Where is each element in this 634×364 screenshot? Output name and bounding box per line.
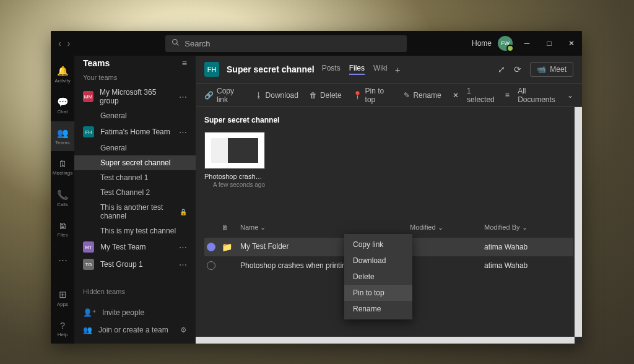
team-more-icon[interactable]: ⋯: [179, 260, 187, 269]
rail-more[interactable]: ⋯: [51, 245, 74, 275]
team-row[interactable]: TG Test Group 1 ⋯: [74, 256, 196, 273]
chevron-down-icon: ⌄: [567, 91, 573, 100]
phone-icon: 📞: [57, 189, 69, 201]
channel-item[interactable]: This is my test channel: [74, 223, 196, 238]
download-button[interactable]: ⭳Download: [255, 91, 298, 100]
copy-link-button[interactable]: 🔗Copy link: [204, 87, 244, 104]
link-icon: 🔗: [204, 91, 214, 100]
add-tab-button[interactable]: +: [395, 64, 401, 75]
context-menu-item[interactable]: Download: [344, 253, 412, 269]
invite-icon: 👤⁺: [83, 308, 96, 317]
vertical-scrollbar[interactable]: [575, 107, 582, 337]
horizontal-scrollbar[interactable]: [196, 337, 575, 344]
context-menu-item[interactable]: Delete: [344, 269, 412, 285]
row-checkbox[interactable]: [207, 261, 215, 270]
file-modifiedby: atima Wahab: [484, 243, 571, 251]
channel-header: FH Super secret channel Posts Files Wiki…: [196, 56, 582, 84]
team-name: My Test Team: [100, 243, 146, 251]
team-badge: TG: [83, 259, 94, 270]
channel-name: General: [100, 144, 127, 152]
pinned-tile[interactable]: Photoshop crashes wh... A few seconds ag…: [204, 132, 265, 188]
rail-calls[interactable]: 📞Calls: [51, 183, 74, 213]
pin-to-top-button[interactable]: 📍Pin to top: [353, 87, 393, 104]
delete-button[interactable]: 🗑Delete: [310, 91, 342, 100]
tab-files[interactable]: Files: [349, 64, 365, 75]
pin-icon: 📍: [353, 91, 362, 100]
rail-activity[interactable]: 🔔Activity: [51, 59, 74, 89]
home-link[interactable]: Home: [472, 39, 492, 48]
channel-item[interactable]: Test channel 1: [74, 170, 196, 185]
channel-title: Super secret channel: [227, 64, 315, 74]
content-area: FH Super secret channel Posts Files Wiki…: [196, 56, 582, 344]
channel-item[interactable]: General: [74, 108, 196, 123]
team-badge: MT: [83, 241, 94, 253]
channel-item[interactable]: This is another test channel🔒: [74, 200, 196, 223]
team-row[interactable]: MM My Microsoft 365 group ⋯: [74, 85, 196, 108]
rail-teams[interactable]: 👥Teams: [51, 121, 74, 151]
search-icon: [172, 38, 180, 48]
context-menu: Copy linkDownloadDeletePin to topRename: [344, 234, 412, 319]
svg-line-1: [176, 43, 178, 45]
team-badge: FH: [83, 126, 94, 137]
col-name-header[interactable]: Name ⌄: [237, 223, 410, 232]
download-icon: ⭳: [255, 91, 263, 100]
nav-forward-icon[interactable]: ›: [67, 38, 71, 48]
channel-item[interactable]: Super secret channel: [74, 155, 196, 170]
hidden-teams-label[interactable]: Hidden teams: [74, 284, 196, 299]
folder-header: Super secret channel: [204, 116, 573, 124]
all-documents-dropdown[interactable]: ≡ All Documents ⌄: [505, 87, 573, 104]
row-checkbox[interactable]: [207, 243, 215, 251]
team-name: Test Group 1: [100, 260, 143, 269]
team-more-icon[interactable]: ⋯: [179, 243, 187, 252]
files-toolbar: 🔗Copy link ⭳Download 🗑Delete 📍Pin to top…: [196, 84, 582, 107]
avatar[interactable]: FW: [498, 36, 513, 51]
close-button[interactable]: ✕: [563, 35, 580, 51]
channel-item[interactable]: General: [74, 141, 196, 155]
team-row[interactable]: MT My Test Team ⋯: [74, 238, 196, 256]
nav-back-icon[interactable]: ‹: [58, 38, 61, 48]
selection-count[interactable]: ✕ 1 selected: [453, 87, 497, 104]
tab-wiki[interactable]: Wiki: [373, 64, 388, 75]
join-create-team[interactable]: 👥 Join or create a team ⚙: [74, 321, 196, 339]
channel-item[interactable]: Test Channel 2: [74, 185, 196, 200]
expand-icon[interactable]: ⤢: [498, 64, 505, 74]
calendar-icon: 🗓: [58, 158, 67, 169]
your-teams-label: Your teams: [74, 70, 196, 85]
chevron-down-icon: ⌄: [522, 223, 528, 231]
folder-icon: 📁: [222, 242, 232, 252]
rail-files[interactable]: 🗎Files: [51, 214, 74, 244]
files-body: Super secret channel Photoshop crashes w…: [196, 107, 582, 344]
apps-icon: ⊞: [59, 289, 67, 300]
team-row[interactable]: FH Fatima's Home Team ⋯: [74, 123, 196, 141]
rail-apps[interactable]: ⊞Apps: [51, 283, 74, 313]
invite-people[interactable]: 👤⁺ Invite people: [74, 304, 196, 321]
channel-name: This is another test channel: [100, 203, 176, 220]
teams-panel-header: Teams ≡: [74, 56, 196, 70]
refresh-icon[interactable]: ⟳: [514, 64, 521, 74]
col-modified-header[interactable]: Modified ⌄: [410, 223, 484, 232]
rail-meetings[interactable]: 🗓Meetings: [51, 152, 74, 182]
file-type-icon[interactable]: 🗎: [222, 223, 237, 231]
rail-chat[interactable]: 💬Chat: [51, 90, 74, 120]
maximize-button[interactable]: □: [541, 35, 557, 51]
channel-badge: FH: [204, 62, 219, 77]
tile-name: Photoshop crashes wh...: [204, 173, 265, 180]
team-more-icon[interactable]: ⋯: [179, 128, 187, 137]
context-menu-item[interactable]: Pin to top: [344, 285, 412, 301]
context-menu-item[interactable]: Rename: [344, 301, 412, 317]
team-more-icon[interactable]: ⋯: [179, 92, 187, 102]
channel-name: Super secret channel: [100, 158, 170, 167]
col-modifiedby-header[interactable]: Modified By ⌄: [484, 223, 571, 232]
svg-point-0: [173, 40, 178, 45]
meet-button[interactable]: 📹 Meet: [530, 62, 573, 77]
gear-icon[interactable]: ⚙: [180, 326, 187, 334]
rail-help[interactable]: ?Help: [51, 314, 74, 344]
tile-thumbnail: [204, 132, 265, 169]
tile-timestamp: A few seconds ago: [204, 181, 265, 188]
tab-posts[interactable]: Posts: [322, 64, 341, 75]
minimize-button[interactable]: ─: [519, 35, 535, 51]
filter-icon[interactable]: ≡: [182, 58, 187, 68]
rename-button[interactable]: ✎Rename: [404, 91, 441, 100]
search-input[interactable]: Search: [165, 35, 407, 52]
context-menu-item[interactable]: Copy link: [344, 236, 412, 253]
